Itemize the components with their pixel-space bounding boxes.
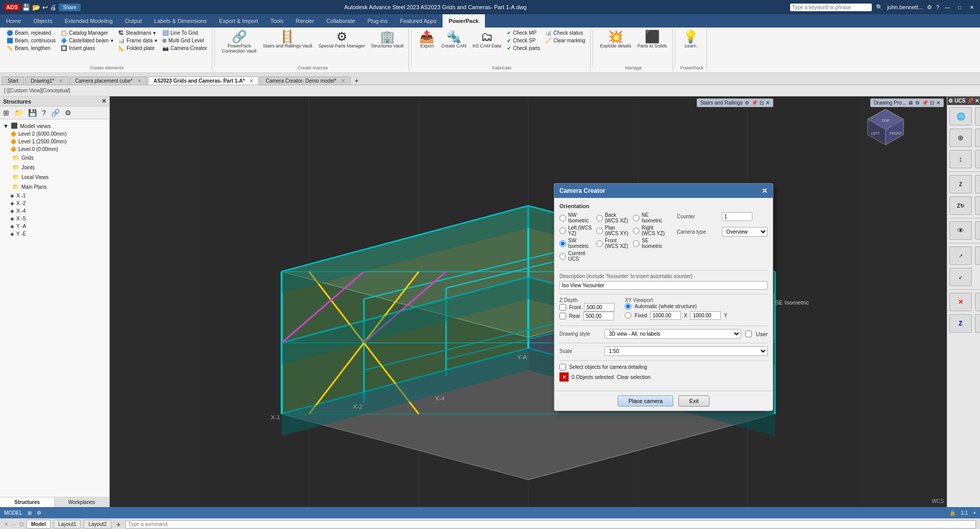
folded-plate-btn[interactable]: 📐 Folded plate: [117, 45, 159, 52]
ne-iso-radio-item[interactable]: NE Isometric: [633, 212, 667, 223]
line-to-grid-btn[interactable]: 🔢 Line To Grid: [161, 30, 209, 36]
back-wcs-radio-item[interactable]: Back (WCS XZ): [596, 212, 630, 223]
ucs-eye-btn[interactable]: 👁: [949, 221, 972, 240]
front-wcs-radio[interactable]: [596, 240, 603, 247]
camera-creator-btn[interactable]: 📷 Camera Creator: [161, 45, 209, 52]
share-btn[interactable]: Share: [59, 4, 81, 11]
exit-btn[interactable]: Exit: [678, 395, 709, 407]
level2-item[interactable]: 🔶 Level 2 (6000.00mm): [2, 130, 107, 138]
main-plans-item[interactable]: 📁 Main Plans: [7, 183, 106, 191]
ucs-yred-btn[interactable]: Y: [975, 293, 980, 311]
sw-iso-radio[interactable]: [559, 240, 566, 247]
level1-item[interactable]: 🔶 Level 1 (2500.00mm): [2, 138, 107, 145]
left-wcs-radio[interactable]: [559, 228, 566, 234]
frame-data-btn[interactable]: 📊 Frame data▾: [117, 37, 159, 44]
bottom-model-tab[interactable]: Model: [27, 520, 51, 528]
add-tab-btn[interactable]: +: [352, 77, 362, 85]
tab-plugins[interactable]: Plug-ins: [361, 14, 394, 28]
lock-icon[interactable]: 🔒: [949, 510, 955, 516]
tab-as2023[interactable]: AS2023 Grids and Cameras- Part 1-A* ✕: [148, 77, 259, 85]
ks-cam-btn[interactable]: 🗂 KS CAM Data: [471, 30, 503, 50]
structures-close-icon[interactable]: ✕: [102, 98, 106, 105]
ucs-world-btn[interactable]: 🌐: [949, 107, 972, 125]
fixed-x-input[interactable]: [650, 311, 681, 320]
drawing-style-select[interactable]: 3D view - All, no labels: [604, 329, 741, 339]
bottom-layout1-tab[interactable]: Layout1: [54, 520, 81, 528]
ucs-origin-btn[interactable]: ⊕: [949, 129, 972, 147]
create-cam-btn[interactable]: 🔩 Create CAM: [439, 30, 469, 50]
help-icon[interactable]: ?: [936, 4, 939, 10]
front-value[interactable]: [584, 303, 615, 312]
model-views-header[interactable]: ▼ ⬛ Model views: [2, 121, 107, 130]
drawing-pro-close-icon[interactable]: ✕: [936, 100, 940, 106]
check-sp-btn[interactable]: ✔ Check SP: [505, 37, 542, 44]
left-wcs-radio-item[interactable]: Left (WCS YZ): [559, 225, 593, 236]
back-wcs-radio[interactable]: [596, 215, 603, 221]
x1-item[interactable]: ◈ X -1: [2, 192, 107, 199]
ucs-x7-btn[interactable]: ↘: [975, 246, 980, 265]
qat-undo[interactable]: ↩: [42, 4, 48, 11]
export-btn[interactable]: 📤 Export: [416, 30, 437, 50]
ucs-pin-icon[interactable]: 📌: [967, 98, 973, 104]
current-ucs-radio[interactable]: [559, 253, 566, 260]
stair-rail-settings-icon[interactable]: ⚙: [745, 100, 749, 106]
check-status-btn[interactable]: 📊 Check status: [544, 30, 586, 36]
select-objects-checkbox[interactable]: [559, 364, 566, 370]
rear-value[interactable]: [583, 312, 614, 320]
multi-grid-btn[interactable]: ⊞ Multi Grid Level: [161, 37, 209, 44]
catalog-manager-btn[interactable]: 📋 Catalog Manager: [59, 30, 115, 36]
drawing-pro-pin-icon[interactable]: 📌: [922, 100, 928, 106]
drawing-pro-float-icon[interactable]: ⊡: [930, 100, 934, 106]
tab-collaborate[interactable]: Collaborate: [320, 14, 361, 28]
ucs-eye2-btn[interactable]: 👁‍: [975, 221, 980, 240]
front-checkbox[interactable]: [559, 304, 566, 311]
struct-link-icon[interactable]: 🔗: [50, 108, 61, 117]
plan-wcs-radio-item[interactable]: Plan (WCS XY): [596, 225, 630, 236]
tab-tools[interactable]: Tools: [264, 14, 290, 28]
tab-start[interactable]: Start: [2, 77, 24, 85]
nw-iso-radio[interactable]: [559, 215, 566, 221]
qat-print[interactable]: 🖨: [50, 4, 57, 11]
minimize-btn[interactable]: —: [943, 3, 951, 11]
x2-item[interactable]: ◈ X -2: [2, 199, 107, 207]
stair-rail-panel[interactable]: Stairs and Railings ⚙ 📌 ⊡ ✕: [697, 98, 773, 107]
ye-item[interactable]: ◈ Y -E: [2, 230, 107, 238]
history-btn[interactable]: ⊡: [19, 521, 23, 527]
tab-camera-demo[interactable]: Camera Creator- Demo model* ✕: [260, 77, 350, 85]
tab-drawing1[interactable]: Drawing1* ✕: [25, 77, 68, 85]
check-parts-btn[interactable]: ✔ Check parts: [505, 45, 542, 52]
close-as2023[interactable]: ✕: [249, 78, 253, 84]
arrow-back-btn[interactable]: ←: [11, 521, 16, 527]
keyword-search[interactable]: [790, 4, 872, 11]
ucs-yaxis-btn[interactable]: ↕: [949, 150, 972, 168]
add-layout-btn[interactable]: +: [114, 520, 122, 528]
stairs-railings-btn[interactable]: 🪜 Stairs and Railings Vault: [261, 30, 314, 50]
stair-rail-float-icon[interactable]: ⊡: [760, 100, 764, 106]
scale-select[interactable]: 1:50: [604, 346, 768, 356]
learn-btn[interactable]: 💡 Learn: [680, 30, 701, 50]
camera-dialog-header[interactable]: Camera Creator ✕: [554, 184, 773, 198]
special-parts-btn[interactable]: ⚙ Special Parts Manager: [316, 30, 367, 50]
right-wcs-radio[interactable]: [633, 228, 640, 234]
beam-repeated-btn[interactable]: 🔵 Beam, repeated: [5, 30, 57, 36]
settings-icon[interactable]: ⚙: [927, 4, 932, 11]
tab-export-import[interactable]: Export & Import: [213, 14, 264, 28]
fixed-y-input[interactable]: [690, 311, 721, 320]
front-wcs-radio-item[interactable]: Front (WCS XZ): [596, 238, 630, 249]
nw-iso-radio-item[interactable]: NW Isometric: [559, 212, 593, 223]
tab-output[interactable]: Output: [119, 14, 148, 28]
ya-item[interactable]: ◈ Y -A: [2, 222, 107, 230]
x-close-btn[interactable]: ✕: [4, 521, 8, 527]
tab-featured-apps[interactable]: Featured Apps: [394, 14, 443, 28]
ucs-x6-btn[interactable]: ↗: [949, 246, 972, 265]
rear-checkbox[interactable]: [559, 313, 566, 319]
se-iso-radio-item[interactable]: SE Isometric: [633, 238, 667, 249]
parts-to-solids-btn[interactable]: ⬛ Parts to Solids: [635, 30, 669, 50]
explode-details-btn[interactable]: 💥 Explode details: [598, 30, 633, 50]
automatic-radio[interactable]: [625, 303, 631, 310]
sw-iso-radio-item[interactable]: SW Isometric: [559, 238, 593, 249]
stair-rail-pin-icon[interactable]: 📌: [751, 100, 757, 106]
ucs-r2-btn[interactable]: ⊟: [975, 196, 980, 215]
close-drawing1[interactable]: ✕: [59, 78, 63, 84]
close-camera-demo[interactable]: ✕: [341, 78, 345, 84]
